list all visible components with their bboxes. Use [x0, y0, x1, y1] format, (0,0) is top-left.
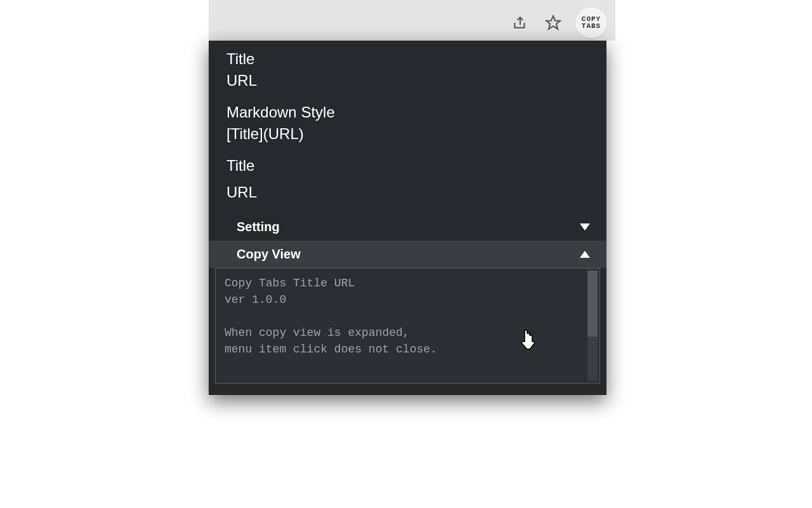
menu-line: Title [226, 155, 589, 177]
menu-item-markdown[interactable]: Markdown Style [Title](URL) [209, 102, 606, 155]
star-icon[interactable] [543, 13, 563, 33]
chevron-up-icon [580, 251, 590, 258]
extension-popup: Title URL Markdown Style [Title](URL) Ti… [209, 41, 606, 395]
copy-view-text[interactable]: Copy Tabs Title URL ver 1.0.0 When copy … [216, 269, 599, 383]
chevron-down-icon [580, 224, 590, 231]
browser-toolbar: COPY TABS [209, 0, 615, 41]
menu-item-url[interactable]: URL [209, 182, 606, 213]
copy-tabs-extension-button[interactable]: COPY TABS [576, 8, 606, 38]
scrollbar-thumb[interactable] [587, 271, 598, 337]
menu-item-title[interactable]: Title [209, 155, 606, 177]
svg-marker-0 [546, 16, 560, 29]
menu-line: URL [226, 70, 589, 91]
menu-line: Title [226, 48, 589, 70]
menu-line: URL [226, 182, 589, 203]
section-setting[interactable]: Setting [209, 213, 606, 241]
copy-view-panel: Copy Tabs Title URL ver 1.0.0 When copy … [215, 268, 600, 384]
menu-line: [Title](URL) [226, 123, 589, 145]
menu-line: Markdown Style [226, 102, 589, 123]
section-label: Setting [237, 220, 280, 234]
menu-item-title-url[interactable]: Title URL [209, 48, 606, 102]
section-label: Copy View [237, 247, 301, 262]
section-copy-view[interactable]: Copy View [209, 241, 606, 268]
share-icon[interactable] [510, 13, 530, 33]
